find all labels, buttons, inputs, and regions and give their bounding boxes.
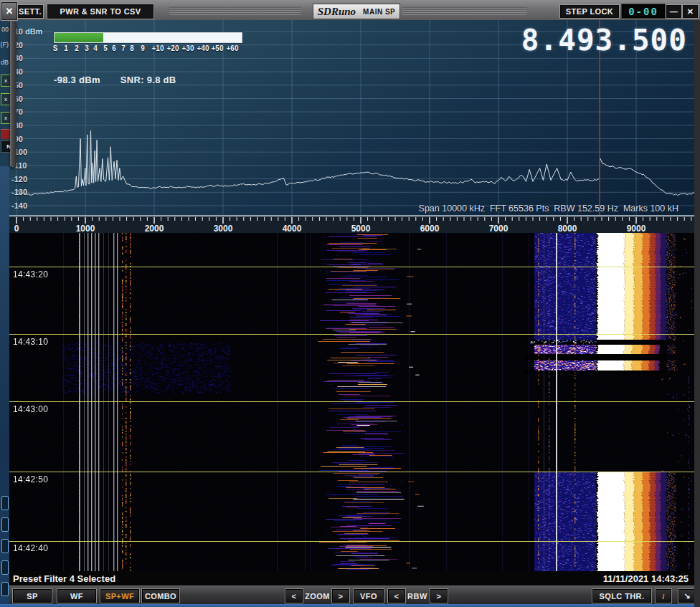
s-meter-tick-label: S [53, 44, 58, 52]
panel-slot [1, 539, 9, 553]
s-meter-tick-label: +40 [197, 44, 209, 52]
close-button[interactable]: ✕ [683, 5, 698, 18]
waterfall-timestamp: 14:43:10 [13, 337, 48, 347]
s-meter-fill [55, 33, 103, 42]
freq-axis-label: 9000 [627, 224, 646, 234]
grip-texture-left [169, 6, 301, 15]
app-title-panel: SDRuno MAIN SP [313, 4, 400, 19]
freq-axis-label: 5000 [351, 224, 371, 234]
freq-axis-label: 3000 [214, 224, 233, 234]
waterfall-timestamp: 14:42:50 [13, 474, 48, 484]
vfo-button[interactable]: VFO [354, 589, 384, 603]
clipped-button[interactable]: x [1, 93, 10, 105]
minimize-button[interactable]: — [666, 5, 681, 18]
rbw-label: RBW [407, 592, 427, 601]
squelch-threshold-button[interactable]: SQLC THR. [592, 589, 651, 603]
step-lock-button[interactable]: STEP LOCK [560, 5, 619, 18]
spwf-view-button[interactable]: SP+WF [100, 589, 139, 603]
background-panel-strip: 00 (F) dB x x x N [0, 20, 10, 166]
waterfall-timestamp: 14:42:40 [13, 543, 48, 553]
background-panel-border [10, 20, 16, 166]
waterfall-time-gridline [9, 334, 694, 335]
signal-readout: -98.3 dBm SNR: 9.8 dB [54, 75, 176, 85]
freq-axis-label: 6000 [420, 224, 440, 234]
zoom-in-button[interactable]: > [332, 589, 349, 603]
clipped-label: dB [1, 59, 9, 66]
s-meter-tick-label: 2 [75, 44, 79, 52]
s-meter-tick-label: 9 [141, 44, 145, 52]
waterfall-timestamp: 14:43:20 [13, 269, 48, 279]
resize-button[interactable]: ↘ [678, 589, 696, 603]
zoom-out-button[interactable]: < [285, 589, 303, 603]
s-meter-tick-label: +60 [227, 44, 239, 52]
waterfall-time-gridline [9, 267, 694, 267]
span-info-text: Span 10000 kHz FFT 65536 Pts RBW 152.59 … [419, 204, 678, 214]
chevron-right-icon: > [437, 592, 442, 601]
waterfall-panel: 14:43:2014:43:1014:43:0014:42:5014:42:40 [9, 233, 694, 571]
rbw-increase-button[interactable]: > [430, 589, 448, 603]
grip-texture-right [402, 6, 527, 15]
freq-axis-label: 7000 [489, 224, 509, 234]
info-icon: i [662, 592, 664, 601]
db-label: -130 [11, 188, 27, 196]
frequency-axis[interactable]: 0100020003000400050006000700080009000 [9, 215, 694, 234]
s-meter-tick-label: 1 [64, 44, 68, 52]
memory-bank-display: 0-00 [621, 4, 666, 19]
app-logo: SDRuno [318, 6, 356, 18]
freq-axis-label: 0 [14, 224, 19, 234]
pwr-snr-csv-button[interactable]: PWR & SNR TO CSV [47, 4, 153, 19]
freq-axis-label: 8000 [558, 224, 577, 234]
s-meter-tick-label: 3 [85, 44, 89, 52]
s-meter-tick-label: +50 [212, 44, 224, 52]
close-icon: ✕ [687, 7, 694, 16]
spectrum-display[interactable]: -10 dBm-20-30-40-50-60-70-80-90-100-110-… [0, 20, 700, 215]
s-meter [54, 32, 242, 43]
s-meter-tick-label: 7 [121, 44, 126, 52]
close-icon: ✕ [6, 6, 14, 16]
panel-name-label: MAIN SP [363, 8, 395, 16]
background-window-edge [0, 604, 700, 607]
wf-view-button[interactable]: WF [57, 589, 96, 603]
s-meter-tick-label: 8 [130, 44, 134, 52]
zoom-label: ZOOM [305, 592, 330, 601]
titlebar: SETT. PWR & SNR TO CSV SDRuno MAIN SP ST… [0, 0, 700, 21]
chevron-right-icon: > [339, 592, 344, 601]
freq-axis-label: 2000 [145, 224, 164, 234]
s-meter-tick-label: +20 [167, 44, 179, 52]
clipped-button[interactable]: x [1, 75, 10, 87]
settings-button[interactable]: SETT. [17, 5, 43, 18]
sp-view-button[interactable]: SP [13, 589, 52, 603]
datetime-display: 11/11/2021 14:43:25 [603, 573, 689, 584]
bottom-toolbar: SP WF SP+WF COMBO < ZOOM > VFO < RBW > S… [0, 586, 700, 605]
panel-slot [1, 582, 9, 596]
window-right-border [694, 20, 700, 607]
panel-slot [1, 496, 9, 510]
status-bar: Preset Filter 4 Selected 11/11/2021 14:4… [0, 571, 700, 586]
chevron-left-icon: < [394, 592, 399, 601]
waterfall-time-gridline [9, 401, 694, 402]
clipped-button[interactable]: x [1, 112, 10, 124]
waterfall-display[interactable] [9, 233, 694, 571]
resize-arrow-icon: ↘ [684, 591, 691, 601]
s-meter-tick-label: 4 [93, 44, 98, 52]
s-meter-tick-label: 5 [103, 44, 108, 52]
panel-slot [1, 517, 9, 532]
rbw-decrease-button[interactable]: < [388, 589, 405, 603]
freq-axis-label: 4000 [283, 224, 302, 234]
waterfall-timestamp: 14:43:00 [13, 404, 48, 414]
s-meter-tick-label: +30 [182, 44, 194, 52]
snr-readout: SNR: 9.8 dB [120, 75, 176, 85]
chevron-left-icon: < [292, 592, 297, 601]
s-meter-tick-label: 6 [112, 44, 116, 52]
clipped-in-button[interactable]: N [1, 140, 10, 153]
status-message: Preset Filter 4 Selected [13, 573, 115, 584]
background-window-close-button[interactable]: ✕ [1, 2, 17, 20]
clipped-red-indicator [1, 129, 10, 139]
frequency-display[interactable]: 8.493.500 [521, 23, 687, 57]
s-meter-tick-label: +10 [152, 44, 164, 52]
combo-view-button[interactable]: COMBO [142, 589, 179, 603]
minimize-icon: — [670, 7, 678, 16]
background-window-strip [0, 166, 9, 604]
info-button[interactable]: i [656, 589, 671, 603]
clipped-label: 00 [1, 26, 9, 33]
